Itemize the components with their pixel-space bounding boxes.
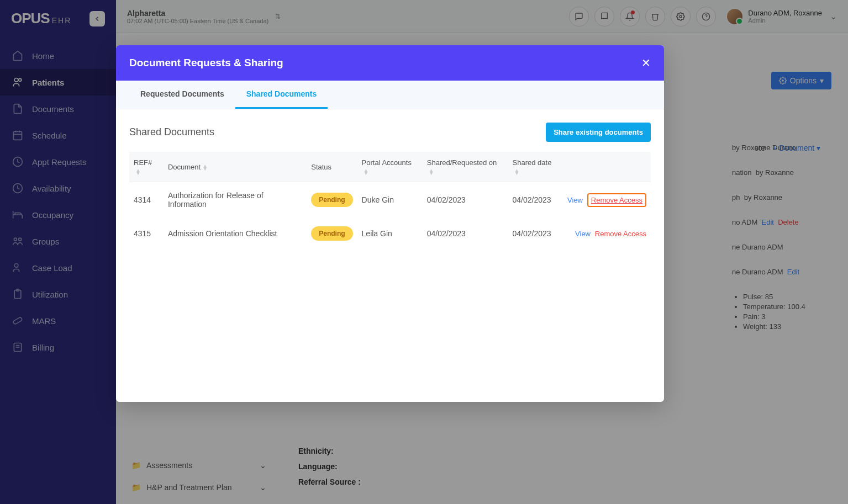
section-title: Shared Documents — [129, 126, 214, 138]
modal-tabs: Requested Documents Shared Documents — [116, 81, 664, 109]
sort-icon: ▲▼ — [514, 169, 520, 174]
share-documents-button[interactable]: Share existing documents — [546, 123, 651, 142]
tab-shared-documents[interactable]: Shared Documents — [235, 81, 328, 109]
cell-actions: View Remove Access — [563, 182, 651, 218]
remove-access-link[interactable]: Remove Access — [587, 193, 646, 207]
status-badge: Pending — [311, 226, 352, 241]
cell-ref: 4315 — [129, 217, 164, 250]
col-status: Status — [307, 152, 357, 182]
shared-documents-table: REF#▲▼ Document▲▼ Status Portal Accounts… — [129, 152, 651, 250]
cell-shared-date: 04/02/2023 — [508, 182, 563, 218]
table-row: 4314Authorization for Release of Informa… — [129, 182, 651, 218]
sort-icon: ▲▼ — [429, 169, 434, 174]
status-badge: Pending — [311, 193, 352, 207]
document-sharing-modal: Document Requests & Sharing ✕ Requested … — [116, 45, 664, 402]
modal-title: Document Requests & Sharing — [129, 57, 283, 69]
cell-portal: Duke Gin — [357, 182, 423, 218]
close-icon[interactable]: ✕ — [641, 56, 651, 70]
cell-document: Admission Orientation Checklist — [164, 217, 307, 250]
table-row: 4315Admission Orientation ChecklistPendi… — [129, 217, 651, 250]
cell-actions: View Remove Access — [563, 217, 651, 250]
view-link[interactable]: View — [575, 230, 591, 238]
modal-header: Document Requests & Sharing ✕ — [116, 45, 664, 81]
modal-body: Shared Documents Share existing document… — [116, 109, 664, 402]
sort-icon: ▲▼ — [135, 169, 141, 174]
cell-status: Pending — [307, 182, 357, 218]
sort-icon: ▲▼ — [202, 165, 208, 170]
cell-portal: Leila Gin — [357, 217, 423, 250]
remove-access-link[interactable]: Remove Access — [595, 230, 646, 238]
cell-ref: 4314 — [129, 182, 164, 218]
col-ref[interactable]: REF#▲▼ — [129, 152, 164, 182]
tab-requested-documents[interactable]: Requested Documents — [129, 81, 235, 109]
cell-shared-date: 04/02/2023 — [508, 217, 563, 250]
cell-shared-on: 04/02/2023 — [423, 217, 508, 250]
cell-shared-on: 04/02/2023 — [423, 182, 508, 218]
cell-document: Authorization for Release of Information — [164, 182, 307, 218]
sort-icon: ▲▼ — [364, 169, 369, 174]
col-portal[interactable]: Portal Accounts▲▼ — [357, 152, 423, 182]
col-shared-on[interactable]: Shared/Requested on▲▼ — [423, 152, 508, 182]
view-link[interactable]: View — [567, 196, 583, 204]
col-document[interactable]: Document▲▼ — [164, 152, 307, 182]
cell-status: Pending — [307, 217, 357, 250]
col-shared-date[interactable]: Shared date▲▼ — [508, 152, 563, 182]
